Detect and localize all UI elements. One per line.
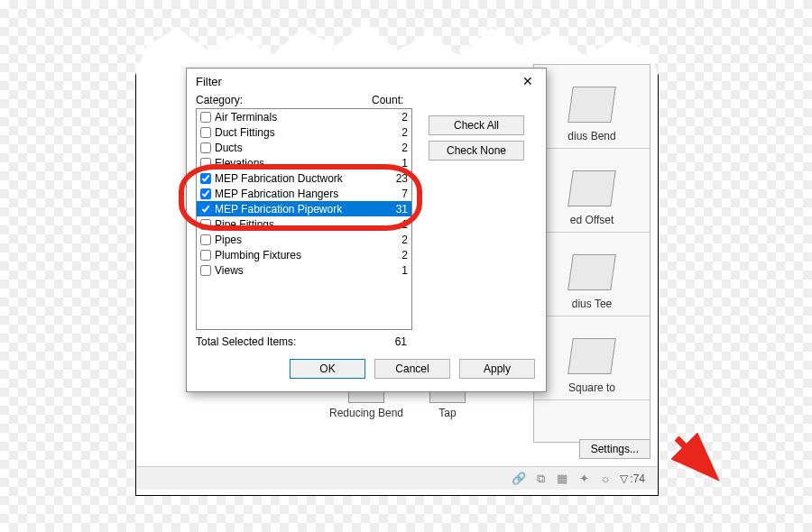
category-label: MEP Fabrication Ductwork (215, 172, 381, 185)
ok-button[interactable]: OK (290, 359, 365, 379)
part-label: dius Tee (572, 298, 612, 310)
funnel-icon: ▽ (620, 472, 628, 485)
part-label: dius Bend (567, 130, 615, 142)
total-selected-label: Total Selected Items: (196, 335, 376, 348)
category-count: 23 (381, 172, 408, 185)
category-row[interactable]: Elevations1 (197, 155, 411, 170)
settings-button[interactable]: Settings... (579, 439, 651, 459)
category-checkbox[interactable] (200, 127, 211, 138)
category-listbox[interactable]: Air Terminals2Duct Fittings2Ducts2Elevat… (196, 108, 412, 330)
category-row[interactable]: Pipe Fittings1 (197, 216, 411, 232)
graphics-icon[interactable]: ✦ (577, 472, 591, 486)
category-label: MEP Fabrication Hangers (215, 188, 381, 200)
category-checkbox[interactable] (200, 219, 211, 230)
part-label: ed Offset (570, 214, 614, 226)
category-row[interactable]: Plumbing Fixtures2 (197, 247, 411, 262)
library-item[interactable]: dius Tee (534, 233, 650, 316)
category-row[interactable]: MEP Fabrication Hangers7 (197, 186, 411, 201)
category-checkbox[interactable] (200, 188, 211, 199)
category-label: Elevations (215, 157, 381, 170)
category-count: 2 (381, 111, 408, 124)
part-thumb (567, 338, 616, 374)
total-selected-value: 61 (376, 335, 412, 348)
model-icon[interactable]: ▦ (555, 472, 569, 486)
category-count: 2 (381, 234, 408, 246)
part-thumb (567, 254, 616, 290)
svg-line-0 (677, 438, 711, 472)
category-count: 7 (381, 188, 408, 200)
category-count: 31 (381, 203, 408, 216)
count-header: Count: (372, 94, 403, 106)
category-label: Air Terminals (215, 111, 381, 124)
category-count: 1 (381, 264, 408, 277)
filter-dialog: Filter ✕ Category: Count: Air Terminals2… (186, 68, 547, 392)
category-count: 2 (381, 126, 408, 139)
annotation-arrow (671, 433, 725, 487)
category-checkbox[interactable] (200, 142, 211, 153)
category-checkbox[interactable] (200, 265, 211, 276)
category-row[interactable]: Air Terminals2 (197, 109, 411, 124)
category-label: Pipes (215, 234, 381, 246)
check-none-button[interactable]: Check None (429, 141, 524, 161)
part-label: Tap (438, 407, 456, 419)
category-count: 1 (381, 218, 408, 231)
dialog-title: Filter (196, 75, 222, 88)
cancel-button[interactable]: Cancel (374, 359, 450, 379)
category-header: Category: (196, 94, 372, 106)
category-count: 2 (381, 249, 408, 261)
category-checkbox[interactable] (200, 112, 211, 123)
library-item[interactable]: ed Offset (534, 149, 650, 233)
category-row[interactable]: MEP Fabrication Ductwork23 (197, 170, 411, 186)
category-label: Plumbing Fixtures (215, 249, 381, 261)
category-checkbox[interactable] (200, 234, 211, 245)
status-bar: 🔗 ⧉ ▦ ✦ ☼ ▽ :74 (136, 466, 658, 490)
apply-button[interactable]: Apply (459, 359, 535, 379)
category-checkbox[interactable] (200, 173, 211, 184)
library-item[interactable]: dius Bend (534, 65, 650, 149)
category-row[interactable]: Pipes2 (197, 232, 411, 247)
category-count: 2 (381, 142, 408, 154)
category-row[interactable]: Ducts2 (197, 140, 411, 155)
close-icon[interactable]: ✕ (519, 74, 537, 88)
sun-icon[interactable]: ☼ (598, 472, 613, 486)
category-label: Views (215, 264, 381, 277)
category-count: 1 (381, 157, 408, 170)
category-row[interactable]: Views1 (197, 262, 411, 278)
link-icon[interactable]: 🔗 (512, 472, 526, 486)
category-row[interactable]: MEP Fabrication Pipework31 (197, 201, 411, 216)
selection-filter-badge[interactable]: ▽ :74 (620, 472, 645, 485)
category-label: MEP Fabrication Pipework (215, 203, 381, 216)
category-checkbox[interactable] (200, 158, 211, 169)
select-icon[interactable]: ⧉ (533, 472, 548, 486)
part-label: Reducing Bend (329, 407, 403, 419)
category-label: Pipe Fittings (215, 218, 381, 231)
category-label: Duct Fittings (215, 126, 381, 139)
check-all-button[interactable]: Check All (429, 115, 524, 135)
category-checkbox[interactable] (200, 204, 211, 215)
filter-count: :74 (630, 472, 645, 485)
part-thumb (567, 87, 616, 123)
part-thumb (567, 170, 616, 206)
category-label: Ducts (215, 142, 381, 154)
category-row[interactable]: Duct Fittings2 (197, 124, 411, 140)
category-checkbox[interactable] (200, 250, 211, 261)
